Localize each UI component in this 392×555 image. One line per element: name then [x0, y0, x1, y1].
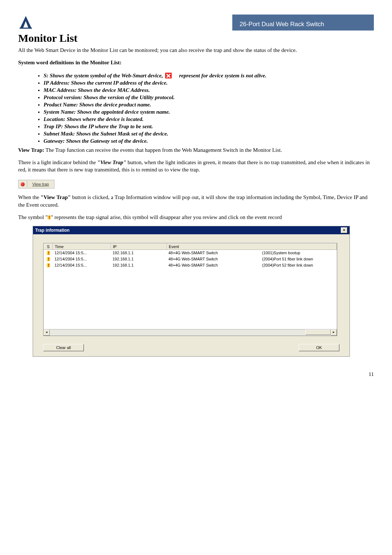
trap-information-window: Trap information × S Time IP Event 12/14… — [33, 226, 350, 357]
viewtrap-bar: View trap — [18, 180, 54, 189]
p2a: There is a light indicator behind the — [18, 159, 97, 165]
list-item: MAC Address: Shows the device MAC Addres… — [44, 87, 374, 93]
brand-logo — [18, 15, 33, 30]
header-band: 26-Port Dual Web Rack Switch — [232, 15, 374, 31]
col-header-time[interactable]: Time — [53, 243, 111, 250]
cell-time: 12/14/2004 15:5... — [53, 250, 111, 256]
trap-titlebar: Trap information × — [33, 226, 350, 234]
cell-event-desc: (2004)Port 51 fiber link down — [261, 256, 337, 262]
scroll-thumb[interactable] — [305, 329, 331, 335]
exclamation-icon — [47, 257, 50, 261]
list-item: Trap IP: Shows the IP where the Trap to … — [44, 123, 374, 130]
list-item: Location: Shows where the device is loca… — [44, 116, 374, 122]
page-number: 11 — [18, 371, 374, 377]
trap-table: S Time IP Event 12/14/2004 15:5... 192.1… — [43, 243, 337, 336]
list-item: IP Address: Shows the current IP address… — [44, 80, 374, 86]
exclamation-icon — [47, 263, 50, 267]
trap-title-text: Trap information — [35, 228, 70, 233]
para-3: When the "View Trap" button is clicked, … — [18, 194, 374, 208]
exclamation-icon — [48, 215, 51, 219]
cell-event-name: 48+4G Web-SMART Switch — [167, 263, 261, 268]
list-item: Protocol version: Shows the version of t… — [44, 94, 374, 101]
table-body[interactable]: 12/14/2004 15:5... 192.168.1.1 48+4G Web… — [44, 250, 337, 329]
col-header-s[interactable]: S — [44, 243, 53, 250]
cell-ip: 192.168.1.1 — [111, 263, 167, 268]
definition-list: S: Shows the system symbol of the Web-Sm… — [18, 72, 374, 144]
scroll-left-button[interactable]: ◂ — [44, 329, 50, 336]
table-row[interactable]: 12/14/2004 15:5... 192.168.1.1 48+4G Web… — [44, 262, 337, 268]
viewtrap-para-2: There is a light indicator behind the "V… — [18, 159, 374, 174]
cell-ip: 192.168.1.1 — [111, 256, 167, 262]
defs-heading: System word definitions in the Monitor L… — [18, 59, 374, 66]
header-band-text: 26-Port Dual Web Rack Switch — [240, 21, 324, 28]
cell-time: 12/14/2004 15:5... — [53, 256, 111, 262]
col-header-event[interactable]: Event — [167, 243, 337, 250]
cell-event-desc: (1001)System bootup — [261, 250, 337, 256]
list-item: Subnet Mask: Shows the Subnet Mask set o… — [44, 131, 374, 137]
table-header: S Time IP Event — [44, 243, 337, 250]
page-title: Monitor List — [18, 32, 374, 44]
para-4: The symbol "" represents the trap signal… — [18, 214, 374, 221]
exclamation-icon — [47, 251, 50, 255]
ok-button[interactable]: OK — [299, 344, 339, 351]
bullet-s-after: represent for device system is not alive… — [179, 73, 266, 78]
list-item: Gateway: Shows the Gateway set of the de… — [44, 138, 374, 144]
viewtrap-para-1: View Trap: The Trap function can receive… — [18, 146, 374, 154]
cell-event-desc: (2004)Port 52 fiber link down — [261, 263, 337, 268]
x-icon — [165, 73, 172, 78]
list-item: S: Shows the system symbol of the Web-Sm… — [44, 72, 374, 79]
p2-quote: "View Trap" — [97, 159, 126, 165]
cell-ip: 192.168.1.1 — [111, 250, 167, 256]
p3-quote: "View Trap" — [41, 194, 71, 200]
list-item: System Name: Shows the appointed device … — [44, 109, 374, 115]
p3b: button is clicked, a Trap Information wi… — [18, 194, 367, 207]
cell-time: 12/14/2004 15:5... — [53, 263, 111, 268]
view-trap-button[interactable]: View trap — [27, 181, 54, 187]
clear-all-button[interactable]: Clear all — [43, 344, 84, 351]
close-button[interactable]: × — [341, 227, 347, 233]
list-item: Product Name: Shows the device product n… — [44, 102, 374, 108]
p3a: When the — [18, 194, 41, 200]
p4a: The symbol " — [18, 214, 48, 220]
cell-event-name: 48+4G Web-SMART Switch — [167, 250, 261, 256]
bullet-s-before: S: Shows the system symbol of the Web-Sm… — [44, 73, 163, 78]
viewtrap-label: View Trap: — [18, 147, 44, 153]
table-row[interactable]: 12/14/2004 15:5... 192.168.1.1 48+4G Web… — [44, 256, 337, 262]
svg-rect-0 — [20, 28, 32, 29]
scroll-right-button[interactable]: ▸ — [331, 329, 337, 336]
status-dot-icon — [21, 182, 25, 186]
intro-text: All the Web Smart Device in the Monitor … — [18, 46, 374, 54]
table-row[interactable]: 12/14/2004 15:5... 192.168.1.1 48+4G Web… — [44, 250, 337, 256]
viewtrap-rest: The Trap function can receive the events… — [44, 147, 282, 153]
scroll-track[interactable] — [50, 329, 331, 336]
col-header-ip[interactable]: IP — [111, 243, 167, 250]
p4b: " represents the trap signal arise, this… — [51, 214, 282, 220]
cell-event-name: 48+4G Web-SMART Switch — [167, 256, 261, 262]
horizontal-scrollbar[interactable]: ◂ ▸ — [44, 329, 337, 336]
